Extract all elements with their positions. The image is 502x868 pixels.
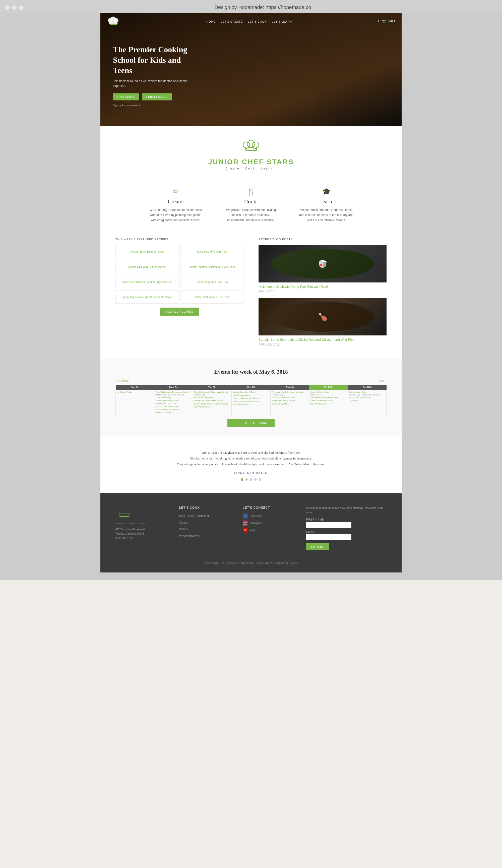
- brand-name-chef: CHEF: [242, 158, 264, 166]
- calendar-cell-sat: Southwestern Corte Saturday, May 12 @ 9:…: [348, 390, 386, 415]
- cal-event[interactable]: Calero Elementary School: [310, 400, 347, 402]
- cal-event[interactable]: Arroyo Elementary School: [272, 400, 308, 402]
- events-footer: SEE FULL CALENDAR: [115, 419, 387, 427]
- yelp-label: Yelp: [250, 528, 255, 531]
- recipe-link-4[interactable]: Sweet Pea Gnocchi with Tarragon Sauce: [122, 280, 172, 283]
- nav-item-home[interactable]: HOME: [206, 19, 216, 24]
- blog-post-0-title[interactable]: Kick it up a Notch with Kung Pao Tofu wi…: [259, 285, 387, 289]
- cal-more-tue[interactable]: View All 5 Events >: [194, 406, 230, 408]
- recipe-link-1[interactable]: Kung Pao Tofu with Rice: [197, 250, 227, 253]
- footer-logo-col: JUNIOR CHEF STARS 827 Terra Nova Bouleva…: [115, 506, 169, 550]
- recipe-link-7[interactable]: Sticky Chicken and Fried Rice: [194, 296, 230, 299]
- events-prev-button[interactable]: < Previous: [115, 379, 128, 382]
- facebook-icon: f: [243, 514, 248, 518]
- calendar-cell-thu: Peninsula Welsh Community Center Thursda…: [270, 390, 309, 415]
- cal-event[interactable]: North Star Academy: [233, 394, 269, 396]
- testimonial-dot-1[interactable]: [241, 478, 243, 481]
- blog-section: RECENT BLOG POSTS 🥡 Kick it up a Notch w…: [253, 238, 387, 351]
- cal-event[interactable]: Garden Oaks Elementary: [155, 405, 192, 408]
- recipe-card-1[interactable]: Kung Pao Tofu with Rice: [180, 245, 243, 258]
- recipe-card-4[interactable]: Sweet Pea Gnocchi with Tarragon Sauce: [115, 275, 178, 288]
- cal-event[interactable]: Paoli Hillsborough Elementary School: [155, 391, 192, 393]
- nav-item-create[interactable]: LET'S CREATE: [221, 19, 243, 24]
- testimonial-dot-3[interactable]: [250, 478, 252, 481]
- recipe-link-5[interactable]: Spring Vegetable Pad Thai: [196, 280, 228, 283]
- cal-event[interactable]: Linda Elementary: [155, 396, 192, 399]
- footer-cook-link-0[interactable]: After School Enrichment: [179, 514, 232, 518]
- footer-cook-link-1[interactable]: Camps: [179, 520, 232, 525]
- create-icon: ✏: [148, 188, 203, 196]
- cal-more-mon[interactable]: View All 5 Events >: [155, 412, 192, 414]
- recipe-card-5[interactable]: Spring Vegetable Pad Thai: [180, 275, 243, 288]
- recipe-link-2[interactable]: Spring Chili and Quinoa Bowls: [128, 266, 166, 268]
- cal-event[interactable]: Junior Chef Stars Studio: [349, 396, 385, 399]
- recipe-link-6[interactable]: Spring Minestrone and Chicken Meatballs: [122, 296, 173, 299]
- brand-logo-icon: [241, 139, 261, 154]
- cal-event[interactable]: County School (Minx): [310, 391, 347, 393]
- recipes-heading: THIS WEEK'S FEATURED RECIPES: [115, 238, 243, 241]
- blog-post-1-image[interactable]: 🍗: [259, 298, 387, 335]
- footer-cook-link-3[interactable]: Private Sessions: [179, 533, 232, 538]
- footer-grid: JUNIOR CHEF STARS 827 Terra Nova Bouleva…: [115, 506, 387, 550]
- cal-event[interactable]: Paoli Hillsborough Elementary School: [194, 391, 230, 393]
- cal-event[interactable]: Encinal Elementary School: [272, 396, 308, 399]
- blog-post-1-title[interactable]: Sample Some Scrumptious Skillet Roasted …: [259, 338, 387, 342]
- brand-name: JUNIOR CHEF STARS: [105, 158, 397, 166]
- recipe-card-2[interactable]: Spring Chili and Quinoa Bowls: [115, 260, 178, 273]
- events-next-button[interactable]: Next >: [378, 379, 387, 382]
- testimonial-line1: My 11 year old daughter was born to cook…: [202, 451, 300, 454]
- recipe-card-7[interactable]: Sticky Chicken and Fried Rice: [180, 290, 243, 303]
- cal-event[interactable]: Luzuriaga: [349, 400, 385, 402]
- nav-facebook-icon[interactable]: f: [378, 19, 379, 23]
- footer-email-input[interactable]: [306, 534, 352, 540]
- footer-instagram-link[interactable]: 📷 Instagram: [243, 520, 296, 526]
- calendar-th-thu: Thu 9th: [270, 385, 309, 390]
- recipe-link-0[interactable]: Korean Beef Bulgogi Tacos: [130, 250, 164, 253]
- footer-cook-link-2[interactable]: Parties: [179, 527, 232, 531]
- nav-item-learn[interactable]: LET'S LEARN: [272, 19, 292, 24]
- cal-event[interactable]: Gardner Bullis Elementary: [155, 408, 192, 411]
- calendar-cell-wed: Ortega Elementary May 9 North Star Acade…: [232, 390, 270, 415]
- see-all-recipes-button[interactable]: SEE ALL RECIPES: [160, 308, 199, 316]
- recipe-card-0[interactable]: Korean Beef Bulgogi Tacos: [115, 245, 178, 258]
- testimonial-dot-2[interactable]: [245, 478, 248, 481]
- see-full-calendar-button[interactable]: SEE FULL CALENDAR: [227, 419, 275, 427]
- find-camps-button[interactable]: FIND CAMPS: [113, 93, 139, 101]
- footer-address-line2: Pacifica, California 94044: [115, 531, 169, 536]
- browser-dot-3: [19, 5, 24, 10]
- pillar-learn: 🎓 Learn. We introduce students to the nu…: [299, 188, 354, 223]
- cal-event[interactable]: South Hillsborough Elementary School: [194, 403, 230, 405]
- browser-dot-2: [12, 5, 17, 10]
- nav-yelp-link[interactable]: YELP: [388, 20, 396, 23]
- pillar-cook: 🍴 Cook. We provide students with the bui…: [223, 188, 279, 223]
- cal-event[interactable]: Loyola Elementary School: [155, 400, 192, 402]
- instagram-label: Instagram: [250, 521, 262, 525]
- cal-more-thu[interactable]: View All 6 Events >: [272, 403, 308, 405]
- testimonial-dot-5[interactable]: [259, 478, 261, 481]
- blog-post-0-image[interactable]: 🥡: [259, 245, 387, 282]
- cal-event[interactable]: Roosevelt Elementary School: [233, 397, 269, 400]
- nav-instagram-icon[interactable]: 📷: [382, 19, 386, 24]
- footer-connect-heading: Let's Connect: [243, 506, 296, 509]
- calendar-th-mon: Mon 7th: [154, 385, 193, 390]
- footer-facebook-link[interactable]: f Facebook: [243, 514, 296, 518]
- cal-event[interactable]: Ortega Elementary May 9: [233, 391, 269, 393]
- footer-yelp-link[interactable]: ★ Yelp: [243, 528, 296, 533]
- cal-event[interactable]: Burlingame Intermediate School: [194, 400, 230, 402]
- recipe-card-6[interactable]: Spring Minestrone and Chicken Meatballs: [115, 290, 178, 303]
- footer-firstname-input[interactable]: [306, 522, 352, 528]
- cal-event[interactable]: Southwestern Corte: [349, 391, 385, 393]
- cal-event[interactable]: Burlingame Elementary School: [233, 400, 269, 403]
- cal-event[interactable]: Peninsula Welsh Community Center: [272, 391, 308, 393]
- recipe-card-3[interactable]: Skillet Roasted Chicken and Wild Rice: [180, 260, 243, 273]
- cal-more-wed[interactable]: View All 6 Events >: [233, 403, 269, 405]
- footer-signup-button[interactable]: SIGN UP: [306, 543, 329, 550]
- recipe-link-3[interactable]: Skillet Roasted Chicken and Wild Rice: [188, 266, 236, 268]
- cal-event[interactable]: Montecito Elementary: [194, 396, 230, 399]
- cal-more-fri[interactable]: View All 6 Events >: [310, 403, 347, 405]
- find-classes-button[interactable]: FIND CLASSES: [142, 93, 172, 101]
- testimonial-dot-4[interactable]: [254, 478, 257, 481]
- cal-event[interactable]: George Hall Elementary School: [310, 396, 347, 399]
- recipes-blog-section: THIS WEEK'S FEATURED RECIPES Korean Beef…: [101, 230, 401, 358]
- nav-item-cook[interactable]: LET'S COOK: [248, 19, 267, 24]
